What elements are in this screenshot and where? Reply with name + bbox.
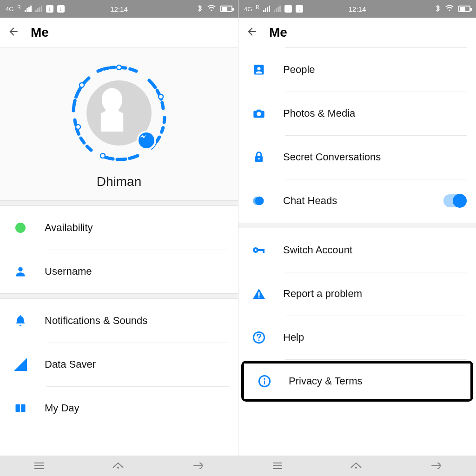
messenger-badge-icon xyxy=(137,131,156,150)
svg-point-1 xyxy=(117,65,121,70)
row-data-saver[interactable]: Data Saver xyxy=(0,343,238,386)
screenshot-right: 4GR ↓ ↓ 12:14 Me People xyxy=(238,0,476,476)
download-icon: ↓ xyxy=(284,5,292,13)
svg-point-11 xyxy=(449,9,450,11)
svg-point-30 xyxy=(355,467,357,469)
back-arrow-icon[interactable] xyxy=(246,26,258,40)
row-label: Privacy & Terms xyxy=(289,375,461,387)
back-icon[interactable] xyxy=(429,461,443,470)
key-icon xyxy=(248,245,270,255)
android-nav-bar xyxy=(0,456,238,476)
row-my-day[interactable]: My Day xyxy=(0,386,238,430)
android-nav-bar xyxy=(238,456,476,476)
person-icon xyxy=(9,265,32,278)
svg-rect-23 xyxy=(258,292,260,296)
svg-point-4 xyxy=(100,153,105,158)
row-label: Notifications & Sounds xyxy=(45,315,229,327)
download-icon: ↓ xyxy=(296,5,303,13)
roaming-icon: R xyxy=(17,5,20,10)
battery-icon xyxy=(458,6,470,12)
signal-bars-2-icon xyxy=(274,6,281,12)
row-label: Help xyxy=(283,331,467,344)
svg-rect-29 xyxy=(264,381,265,384)
app-header: Me xyxy=(238,18,476,47)
network-type: 4G xyxy=(244,6,252,13)
svg-point-5 xyxy=(76,125,80,129)
svg-point-28 xyxy=(264,378,265,380)
profile-name: Dhiman xyxy=(0,174,238,189)
home-icon[interactable] xyxy=(111,461,125,470)
recents-icon[interactable] xyxy=(33,461,45,470)
recents-icon[interactable] xyxy=(271,461,284,470)
lock-icon xyxy=(248,151,270,164)
svg-point-26 xyxy=(258,339,259,341)
bluetooth-icon xyxy=(197,5,203,13)
back-icon[interactable] xyxy=(191,461,205,470)
svg-point-18 xyxy=(255,197,264,205)
row-privacy[interactable]: Privacy & Terms xyxy=(244,364,470,399)
row-username[interactable]: Username xyxy=(0,250,238,293)
svg-point-24 xyxy=(258,296,259,298)
row-label: Data Saver xyxy=(45,358,229,370)
home-icon[interactable] xyxy=(349,461,363,470)
svg-point-6 xyxy=(79,83,84,87)
row-label: Username xyxy=(45,265,229,278)
signal-bars-1-icon xyxy=(25,6,32,12)
svg-point-14 xyxy=(257,112,261,116)
row-help[interactable]: Help xyxy=(238,316,476,359)
screenshot-left: 4GR ↓ ↓ 12:14 Me xyxy=(0,0,238,476)
svg-point-0 xyxy=(211,9,212,11)
bell-icon xyxy=(9,314,32,327)
help-icon xyxy=(248,331,270,344)
signal-bars-2-icon xyxy=(35,6,42,12)
row-switch-account[interactable]: Switch Account xyxy=(238,228,476,272)
svg-rect-9 xyxy=(21,404,25,412)
svg-rect-8 xyxy=(16,404,20,412)
people-icon xyxy=(248,63,270,76)
row-secret[interactable]: Secret Conversations xyxy=(238,135,476,179)
row-label: Secret Conversations xyxy=(283,151,467,163)
highlight-privacy-terms: Privacy & Terms xyxy=(241,361,473,402)
back-arrow-icon[interactable] xyxy=(7,26,20,40)
status-bar: 4GR ↓ ↓ 12:14 xyxy=(238,0,476,18)
data-saver-icon xyxy=(9,358,32,371)
info-icon xyxy=(253,375,276,388)
chat-heads-icon xyxy=(248,194,270,207)
profile-section[interactable]: Dhiman xyxy=(0,47,238,200)
svg-point-7 xyxy=(18,267,22,271)
chat-heads-toggle[interactable] xyxy=(443,194,467,207)
row-label: Availability xyxy=(45,222,229,234)
row-label: Photos & Media xyxy=(283,107,467,119)
row-chat-heads[interactable]: Chat Heads xyxy=(238,179,476,223)
svg-point-20 xyxy=(255,249,257,251)
svg-rect-22 xyxy=(263,249,264,253)
wifi-icon xyxy=(207,5,216,13)
row-notifications[interactable]: Notifications & Sounds xyxy=(0,299,238,343)
row-label: Report a problem xyxy=(283,288,467,300)
signal-bars-1-icon xyxy=(263,6,270,12)
svg-point-16 xyxy=(258,158,260,160)
battery-icon xyxy=(220,6,232,12)
availability-dot-icon xyxy=(15,223,26,233)
messenger-code-ring xyxy=(63,57,175,169)
warning-icon xyxy=(248,288,270,300)
row-people[interactable]: People xyxy=(238,48,476,92)
wifi-icon xyxy=(445,5,454,13)
status-time: 12:14 xyxy=(110,5,128,13)
svg-point-2 xyxy=(159,94,163,99)
download-icon: ↓ xyxy=(46,5,53,13)
status-time: 12:14 xyxy=(349,5,366,13)
row-label: Chat Heads xyxy=(283,195,430,207)
row-photos[interactable]: Photos & Media xyxy=(238,92,476,135)
network-type: 4G xyxy=(6,6,13,13)
row-availability[interactable]: Availability xyxy=(0,206,238,250)
row-label: Switch Account xyxy=(283,244,467,256)
app-header: Me xyxy=(0,18,238,47)
row-report[interactable]: Report a problem xyxy=(238,272,476,316)
page-title: Me xyxy=(269,25,287,40)
row-label: People xyxy=(283,64,467,76)
download-icon: ↓ xyxy=(57,5,65,13)
svg-point-10 xyxy=(117,467,119,469)
row-label: My Day xyxy=(45,402,229,414)
my-day-icon xyxy=(9,402,32,415)
